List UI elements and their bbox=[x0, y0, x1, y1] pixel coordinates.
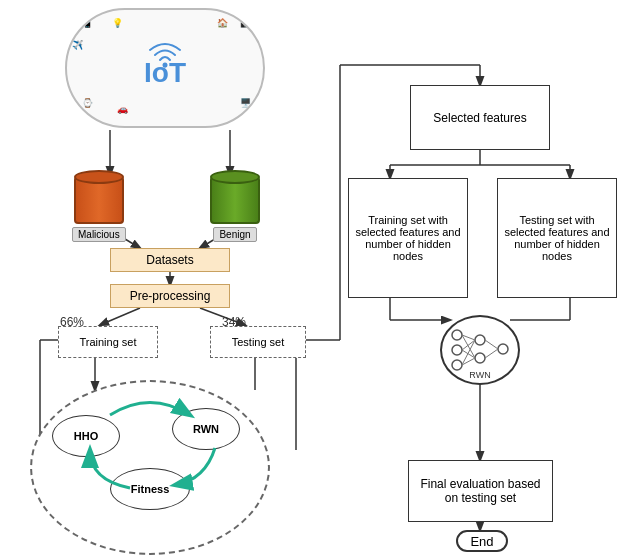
benign-cylinder: Benign bbox=[210, 170, 260, 242]
svg-point-27 bbox=[163, 62, 168, 67]
svg-line-5 bbox=[100, 308, 140, 325]
rwn-oval: RWN bbox=[172, 408, 240, 450]
training-set-box: Training set bbox=[58, 326, 158, 358]
svg-line-40 bbox=[485, 340, 498, 349]
preprocessing-box: Pre-processing bbox=[110, 284, 230, 308]
datasets-box: Datasets bbox=[110, 248, 230, 272]
rwn-circle-right: RWN bbox=[440, 315, 520, 385]
training-selected-box: Training set with selected features and … bbox=[348, 178, 468, 298]
svg-point-33 bbox=[498, 344, 508, 354]
svg-point-32 bbox=[475, 353, 485, 363]
svg-point-28 bbox=[452, 330, 462, 340]
svg-line-36 bbox=[462, 340, 475, 350]
testing-selected-box: Testing set with selected features and n… bbox=[497, 178, 617, 298]
selected-features-box: Selected features bbox=[410, 85, 550, 150]
fitness-oval: Fitness bbox=[110, 468, 190, 510]
end-pill: End bbox=[456, 530, 508, 552]
svg-text:RWN: RWN bbox=[469, 370, 490, 380]
final-eval-box: Final evaluation based on testing set bbox=[408, 460, 553, 522]
svg-line-41 bbox=[485, 349, 498, 358]
testing-set-box: Testing set bbox=[210, 326, 306, 358]
iot-cloud: 📱 💡 🏠 📷 ⌚ 🖥️ 🚗 ✈️ IoT bbox=[55, 5, 275, 130]
svg-point-30 bbox=[452, 360, 462, 370]
svg-point-29 bbox=[452, 345, 462, 355]
hho-oval: HHO bbox=[52, 415, 120, 457]
svg-point-31 bbox=[475, 335, 485, 345]
malicious-cylinder: Malicious bbox=[72, 170, 126, 242]
diagram: 📱 💡 🏠 📷 ⌚ 🖥️ 🚗 ✈️ IoT M bbox=[0, 0, 640, 558]
